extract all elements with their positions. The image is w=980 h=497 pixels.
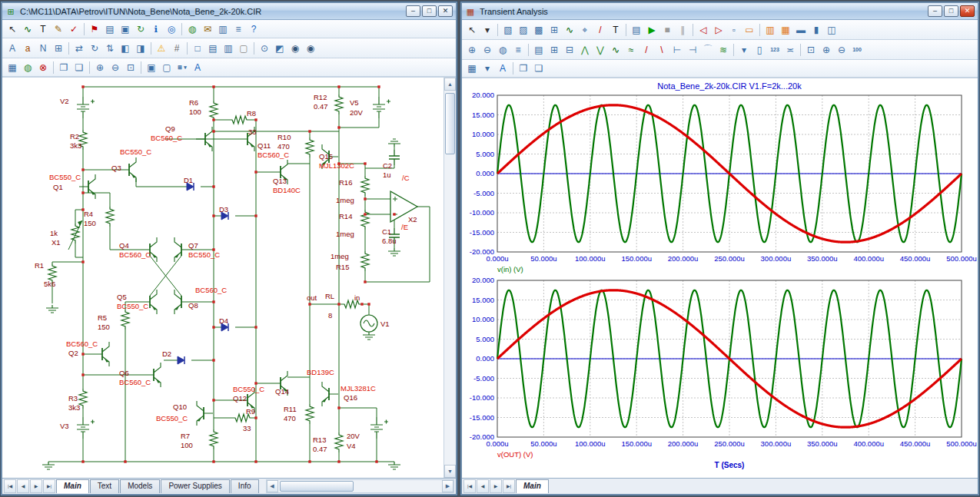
tab-nav-button-2[interactable]: ▶	[490, 479, 502, 493]
check-edit-icon[interactable]: ✓	[66, 22, 81, 37]
zoom-fit-icon[interactable]: ⊡	[803, 42, 819, 58]
peak-icon[interactable]: ⋀	[577, 42, 593, 58]
schematic-label[interactable]: V5	[350, 98, 359, 107]
tab-nav-button-0[interactable]: |◀	[463, 479, 476, 493]
zoom-area-icon[interactable]: ⊡	[123, 60, 138, 75]
resistor-symbol[interactable]	[79, 389, 87, 409]
schematic-label[interactable]: Q15	[319, 152, 333, 161]
resistor-symbol[interactable]	[335, 432, 343, 452]
warning-icon[interactable]: ⚠	[154, 41, 169, 56]
add-v-grid-icon[interactable]: ⊟	[562, 42, 577, 58]
ground-symbol[interactable]	[388, 248, 400, 256]
scroll-left-button[interactable]: ◀	[267, 480, 278, 492]
schematic-label[interactable]: 0.47	[314, 102, 328, 111]
battery-symbol[interactable]	[77, 417, 95, 439]
wire-mode-icon[interactable]: ∿	[20, 22, 35, 37]
schematic-label[interactable]: Q16	[344, 393, 357, 402]
zoom-out-icon[interactable]: ⊖	[834, 42, 849, 58]
schematic-label[interactable]: 0.47	[313, 445, 327, 453]
schematic-label[interactable]: R14	[339, 212, 352, 220]
zoom-cursor-icon[interactable]: ⊕	[464, 42, 480, 58]
stop-icon[interactable]: ■	[659, 22, 675, 38]
graph-select-icon[interactable]: ▧	[500, 22, 516, 38]
node-numbers-icon[interactable]: N	[35, 41, 51, 56]
flip-vertical-icon[interactable]: ⇅	[102, 41, 118, 56]
find-icon[interactable]: ◉	[287, 41, 303, 56]
diode-symbol[interactable]	[178, 356, 184, 364]
schematic-label[interactable]: Q12	[233, 394, 247, 403]
tab-nav-button-3[interactable]: ▶|	[43, 479, 55, 493]
ground-symbol[interactable]	[388, 139, 400, 147]
copy-front-icon[interactable]: ❐	[516, 61, 531, 76]
mode-dropdown-icon[interactable]: ⊞ ▾	[174, 60, 190, 75]
scroll-down-button[interactable]: ▼	[444, 465, 456, 478]
schematic-label[interactable]: X2	[408, 215, 417, 224]
horizontal-scroll-track[interactable]	[278, 480, 442, 492]
single-panel-icon[interactable]: ▬	[793, 22, 809, 38]
graph-zoom-icon[interactable]: ▨	[516, 22, 531, 38]
tab-info[interactable]: Info	[231, 479, 259, 493]
tab-nav-button-1[interactable]: ◀	[17, 479, 29, 493]
resistor-symbol[interactable]	[306, 404, 314, 424]
ground-symbol[interactable]	[363, 332, 375, 340]
schematic-label[interactable]: R8	[247, 109, 256, 118]
vertical-scroll-track[interactable]	[444, 91, 456, 465]
schematic-label[interactable]: R5	[98, 313, 107, 322]
transistor-symbol[interactable]	[322, 382, 338, 406]
left-limit-icon[interactable]: ⊢	[669, 42, 685, 58]
resistor-symbol[interactable]	[306, 138, 314, 157]
add-h-grid-icon[interactable]: ⊞	[546, 42, 562, 58]
mirror-right-icon[interactable]: ◨	[133, 41, 148, 56]
font-icon[interactable]: A	[495, 61, 510, 76]
ground-symbol[interactable]	[388, 462, 400, 469]
align-icon[interactable]: ≍	[782, 42, 798, 58]
scroll-up-button[interactable]: ▲	[444, 78, 456, 91]
camera-icon[interactable]: ▣	[144, 60, 159, 75]
mirror-box-icon[interactable]: ◩	[272, 41, 287, 56]
schematic-label[interactable]: BC550_C	[49, 173, 81, 181]
wire[interactable]	[52, 262, 83, 263]
schematic-label[interactable]: 20V	[347, 432, 360, 440]
report-icon[interactable]: ▥	[215, 22, 231, 37]
paste-dropdown-icon[interactable]: ▾	[736, 42, 752, 58]
zoom-out-icon[interactable]: ⊖	[108, 60, 123, 75]
schematic-label[interactable]: 100	[181, 441, 193, 449]
schematic-label[interactable]: D1	[184, 176, 193, 184]
ground-symbol[interactable]	[42, 462, 55, 469]
transistor-symbol[interactable]	[79, 174, 95, 199]
arc-measure-icon[interactable]: ⌒	[700, 42, 716, 58]
view-grid-icon[interactable]: ▦	[464, 61, 480, 76]
fall-icon[interactable]: \	[654, 42, 669, 58]
clipboard-icon[interactable]: ▤	[102, 22, 118, 37]
copy-back-icon[interactable]: ❏	[531, 61, 546, 76]
schematic-label[interactable]: Q8	[188, 301, 198, 310]
tab-nav-button-0[interactable]: |◀	[4, 479, 16, 493]
swap-icon[interactable]: ⇄	[71, 41, 87, 56]
font-grow-icon[interactable]: A	[5, 41, 20, 56]
battery-symbol[interactable]	[77, 97, 95, 118]
maximize-button[interactable]: □	[944, 5, 958, 17]
font-icon[interactable]: A	[190, 60, 205, 75]
resistor-symbol[interactable]	[361, 176, 369, 196]
schematic-label[interactable]: BD139C	[307, 368, 334, 376]
schematic-label[interactable]: R11	[284, 405, 297, 413]
component-icon[interactable]: ▣	[118, 22, 133, 37]
sine-source-symbol[interactable]	[360, 315, 377, 332]
grid-icon[interactable]: #	[169, 41, 184, 56]
schematic-label[interactable]: BC560_C	[66, 340, 98, 348]
minimize-button[interactable]: –	[928, 5, 942, 17]
properties-icon[interactable]: ▤	[531, 42, 546, 58]
find-next-icon[interactable]: ◉	[303, 41, 318, 56]
schematic-label[interactable]: C2	[383, 161, 392, 170]
schematic-label[interactable]: BC550_C	[117, 302, 148, 310]
schematic-label[interactable]: Q7	[188, 241, 198, 250]
tab-nav-button-1[interactable]: ◀	[477, 479, 489, 493]
schematic-label[interactable]: R16	[339, 178, 352, 187]
schematic-label[interactable]: R12	[314, 93, 327, 101]
schematic-label[interactable]: Q3	[111, 164, 121, 172]
schematic-label[interactable]: 1meg	[336, 196, 354, 204]
zoom-out-cursor-icon[interactable]: ⊖	[480, 42, 495, 58]
schematic-label[interactable]: 1k	[50, 229, 58, 237]
wave-low-icon[interactable]: ∿	[608, 42, 623, 58]
data-points-icon[interactable]: ▫	[726, 22, 742, 38]
